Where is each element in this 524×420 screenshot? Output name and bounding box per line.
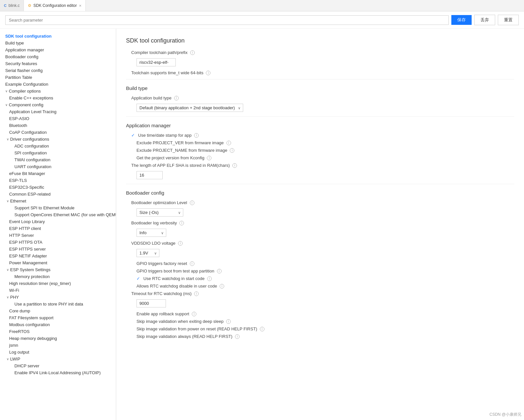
sidebar-item-bluetooth[interactable]: Bluetooth xyxy=(0,122,116,129)
sidebar-item-security-features[interactable]: Security features xyxy=(0,60,116,67)
sidebar-item-modbus-configuration[interactable]: Modbus configuration xyxy=(0,321,116,328)
sidebar-item-sdk-tool-configuration[interactable]: SDK tool configuration xyxy=(0,33,116,40)
sidebar-item-enable-ipv4-link-local-addressing-autoip[interactable]: Enable IPV4 Link-Local Addressing (AUTOI… xyxy=(0,369,116,376)
skip-always-info-icon[interactable]: i xyxy=(235,334,240,339)
sidebar-section-component-config[interactable]: ∨Component config xyxy=(0,101,116,108)
sidebar-item-application-manager[interactable]: Application manager xyxy=(0,46,116,53)
sidebar-section-esp-system-settings[interactable]: ∨ESP System Settings xyxy=(0,266,116,273)
tab-blink-label: blink.c xyxy=(9,3,20,8)
sidebar-item-build-type[interactable]: Build type xyxy=(0,40,116,46)
search-bar: 保存 丢弃 重置 xyxy=(0,11,524,29)
app-elf-sha-info-icon[interactable]: i xyxy=(232,163,237,168)
sidebar-item-uart-configuration[interactable]: UART configuration xyxy=(0,163,116,170)
enable-rollback-info-icon[interactable]: i xyxy=(192,312,196,316)
app-build-type-select[interactable]: Default (binary application + 2nd stage … xyxy=(136,104,243,112)
tab-close-icon[interactable]: ✕ xyxy=(79,4,81,8)
get-project-version-info-icon[interactable]: i xyxy=(207,156,211,160)
sidebar-item-memory-protection[interactable]: Memory protection xyxy=(0,273,116,280)
sidebar-item-high-resolution-timer-esp_timer[interactable]: High resolution timer (esp_timer) xyxy=(0,280,116,287)
sidebar-item-esp-netif-adapter[interactable]: ESP NETIF Adapter xyxy=(0,253,116,259)
sidebar-item-esp-https-ota[interactable]: ESP HTTPS OTA xyxy=(0,239,116,246)
rtc-disable-info-icon[interactable]: i xyxy=(220,284,224,289)
vddsdio-select[interactable]: 1.9V3.3V xyxy=(136,249,159,257)
vddsdio-row: VDDSDIO LDO voltage i xyxy=(126,239,514,247)
sidebar-item-adc-configuration[interactable]: ADC configuration xyxy=(0,143,116,149)
sidebar-item-bootloader-config[interactable]: Bootloader config xyxy=(0,53,116,60)
sidebar-section-compiler-options[interactable]: ∨Compiler options xyxy=(0,88,116,95)
reset-button[interactable]: 重置 xyxy=(498,15,519,25)
sidebar-item-support-opencores-ethernet-mac-for-use-with-qemu[interactable]: Support OpenCores Ethernet MAC (for use … xyxy=(0,211,116,218)
app-build-type-info-icon[interactable]: i xyxy=(174,96,179,100)
sidebar-item-dhcp-server[interactable]: DHCP server xyxy=(0,362,116,369)
sidebar-item-power-management[interactable]: Power Management xyxy=(0,259,116,266)
sidebar-item-log-output[interactable]: Log output xyxy=(0,349,116,356)
c-icon: C xyxy=(4,4,7,8)
sidebar-item-event-loop-library[interactable]: Event Loop Library xyxy=(0,218,116,225)
search-input[interactable] xyxy=(5,15,449,25)
sidebar-section-ethernet[interactable]: ∨Ethernet xyxy=(0,198,116,204)
skip-deep-sleep-info-icon[interactable]: i xyxy=(226,319,231,324)
skip-always-row: Skip image validation always (READ HELP … xyxy=(126,333,514,340)
sidebar-item-serial-flasher-config[interactable]: Serial flasher config xyxy=(0,67,116,74)
toolchain-time-info-icon[interactable]: i xyxy=(206,71,210,75)
sidebar-item-coap-configuration[interactable]: CoAP Configuration xyxy=(0,129,116,136)
watermark: CSDN @小康师兄 xyxy=(489,412,521,417)
sidebar-item-example-configuration[interactable]: Example Configuration xyxy=(0,81,116,88)
sidebar-item-jsmn[interactable]: jsmn xyxy=(0,342,116,349)
sidebar-item-heap-memory-debugging[interactable]: Heap memory debugging xyxy=(0,335,116,342)
tab-blink[interactable]: C blink.c xyxy=(0,0,24,11)
sidebar-item-spi-configuration[interactable]: SPI configuration xyxy=(0,149,116,156)
sidebar-section-lwip[interactable]: ∨LWIP xyxy=(0,356,116,362)
compiler-toolchain-info-icon[interactable]: i xyxy=(190,50,195,55)
sidebar-item-http-server[interactable]: HTTP Server xyxy=(0,232,116,239)
sidebar-item-wi-fi[interactable]: Wi-Fi xyxy=(0,287,116,294)
sdk-icon: ⚙ xyxy=(28,3,31,8)
skip-always-label: Skip image validation always (READ HELP … xyxy=(136,334,232,339)
log-verbosity-select[interactable]: No outputErrorWarningInfoDebugVerbose xyxy=(136,229,166,237)
sidebar-item-efuse-bit-manager[interactable]: eFuse Bit Manager xyxy=(0,170,116,177)
timeout-rtc-input[interactable] xyxy=(136,299,166,307)
sidebar-section-phy[interactable]: ∨PHY xyxy=(0,294,116,301)
discard-button[interactable]: 丢弃 xyxy=(474,15,495,25)
vddsdio-info-icon[interactable]: i xyxy=(178,241,183,246)
skip-power-reset-info-icon[interactable]: i xyxy=(260,327,264,331)
sidebar-item-freertos[interactable]: FreeRTOS xyxy=(0,328,116,335)
log-verbosity-select-block: No outputErrorWarningInfoDebugVerbose xyxy=(126,227,514,239)
sidebar-item-esp-tls[interactable]: ESP-TLS xyxy=(0,177,116,184)
exclude-name-row: Exclude PROJECT_NAME from firmware image… xyxy=(126,147,514,154)
sidebar-item-partition-table[interactable]: Partition Table xyxy=(0,74,116,81)
sidebar-item-use-a-partition-to-store-phy-init-data[interactable]: Use a partition to store PHY init data xyxy=(0,301,116,307)
app-elf-sha-input[interactable] xyxy=(136,171,163,179)
sidebar-item-esp32c3-specific[interactable]: ESP32C3-Specific xyxy=(0,184,116,191)
optimization-select-block: Size (-Os)None (-O0)Debug (-Og)Performan… xyxy=(126,206,514,219)
optimization-level-select[interactable]: Size (-Os)None (-O0)Debug (-Og)Performan… xyxy=(136,208,183,217)
log-verbosity-info-icon[interactable]: i xyxy=(179,221,184,225)
chevron-icon: ∨ xyxy=(5,89,8,93)
sidebar-section-driver-configurations[interactable]: ∨Driver configurations xyxy=(0,136,116,143)
compiler-toolchain-input[interactable] xyxy=(136,58,176,66)
use-time-date-label: Use time/date stamp for app xyxy=(138,133,191,138)
sidebar-item-twai-configuration[interactable]: TWAI configuration xyxy=(0,156,116,163)
sidebar-item-esp-https-server[interactable]: ESP HTTPS server xyxy=(0,246,116,253)
vddsdio-select-block: 1.9V3.3V xyxy=(126,247,514,259)
timeout-rtc-info-icon[interactable]: i xyxy=(194,291,199,296)
sidebar-item-esp-http-client[interactable]: ESP HTTP client xyxy=(0,225,116,232)
sidebar-item-esp-asio[interactable]: ESP-ASIO xyxy=(0,115,116,122)
gpio-boot-info-icon[interactable]: i xyxy=(217,269,222,273)
sidebar-item-fat-filesystem-support[interactable]: FAT Filesystem support xyxy=(0,314,116,321)
sidebar-item-enable-c++-exceptions[interactable]: Enable C++ exceptions xyxy=(0,95,116,101)
sidebar-item-common-esp-related[interactable]: Common ESP-related xyxy=(0,191,116,198)
sidebar-item-application-level-tracing[interactable]: Application Level Tracing xyxy=(0,108,116,115)
sidebar-item-core-dump[interactable]: Core dump xyxy=(0,307,116,314)
sidebar-item-support-spi-to-ethernet-module[interactable]: Support SPI to Ethernet Module xyxy=(0,204,116,211)
gpio-factory-info-icon[interactable]: i xyxy=(190,261,194,266)
content-area: SDK tool configuration Compiler toolchai… xyxy=(116,29,524,420)
use-rtc-info-icon[interactable]: i xyxy=(207,276,212,281)
exclude-name-info-icon[interactable]: i xyxy=(230,148,234,153)
use-time-date-info-icon[interactable]: i xyxy=(194,133,199,138)
optimization-level-info-icon[interactable]: i xyxy=(190,201,194,205)
enable-rollback-row: Enable app rollback support i xyxy=(126,310,514,318)
exclude-ver-info-icon[interactable]: i xyxy=(226,141,231,145)
tab-sdk[interactable]: ⚙ SDK Configuration editor ✕ xyxy=(24,0,86,11)
save-button[interactable]: 保存 xyxy=(451,15,472,25)
